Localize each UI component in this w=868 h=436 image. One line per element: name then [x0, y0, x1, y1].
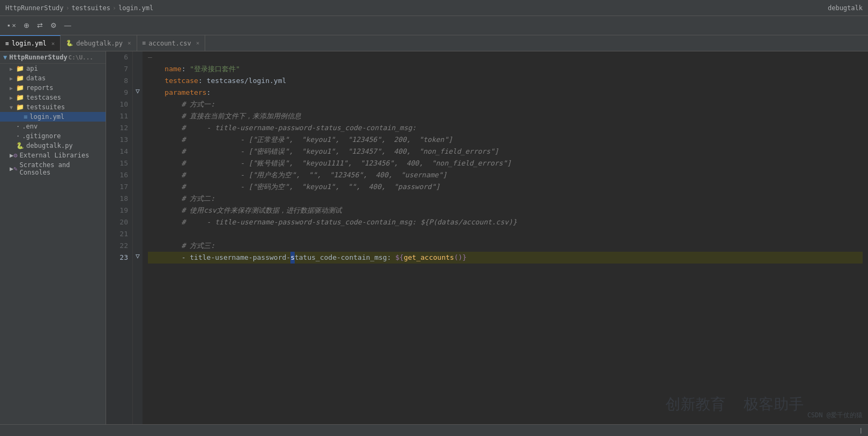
sidebar-item-testcases[interactable]: ▶ 📁 testcases — [0, 93, 106, 102]
code-comment-22: # 方式三: — [148, 240, 215, 252]
code-line-18: # 方式二: — [148, 193, 863, 205]
breadcrumb-sep2: › — [113, 4, 116, 12]
tab-close-account[interactable]: × — [196, 40, 200, 47]
line-num-10: 10 — [108, 99, 128, 110]
code-var-23: ${ — [395, 252, 404, 264]
file-icon-gitignore: · — [16, 132, 20, 140]
project-name: HttpRunnerStudy — [9, 54, 67, 61]
code-cursor-char: s — [290, 252, 295, 264]
toolbar-btn-add[interactable]: ⊕ — [20, 19, 33, 32]
code-comment-15: # - ["账号错误", "keyou1111", "123456", 400,… — [148, 157, 511, 169]
project-path: C:\U... — [69, 54, 93, 61]
arrow-ext-lib: ▶ — [10, 152, 13, 159]
gutter: ▽ ▽ — [133, 51, 143, 424]
code-val-8: testcases/login.yml — [207, 75, 287, 87]
code-comment-13: # - ["正常登录", "keyou1", "123456", 200, "t… — [148, 134, 453, 146]
sidebar-item-env[interactable]: · .env — [0, 122, 106, 131]
line-num-17: 17 — [108, 181, 128, 193]
breadcrumb-path2: login.yml — [118, 4, 153, 12]
code-colon-9: : — [207, 87, 211, 99]
project-header[interactable]: ▼ HttpRunnerStudy C:\U... — [0, 51, 106, 64]
arrow-testcases: ▶ — [10, 95, 16, 101]
code-line-19: # 使用csv文件来保存测试数据，进行数据驱动测试 — [148, 205, 863, 216]
code-line-11: # 直接在当前文件下，来添加用例信息 — [148, 110, 863, 122]
code-line-17: # - ["密码为空", "keyou1", "", 400, "passwor… — [148, 181, 863, 193]
toolbar-btn-settings[interactable]: ⚙ — [47, 19, 60, 32]
sidebar-label-gitignore: .gitignore — [22, 132, 61, 140]
code-line-16: # - ["用户名为空", "", "123456", 400, "userna… — [148, 169, 863, 181]
toolbar-btn-minimize[interactable]: — — [61, 19, 74, 32]
code-param-23b: tatus_code-contain_msg: — [295, 252, 395, 264]
tab-icon-py: 🐍 — [66, 40, 73, 47]
folder-icon-reports: 📁 — [16, 84, 24, 92]
sidebar-item-external-libraries[interactable]: ▶ ⚙ External Libraries — [0, 151, 106, 160]
tab-icon-yml: ≡ — [5, 40, 9, 47]
code-comment-12: # - title-username-password-status_code-… — [148, 122, 416, 134]
line-num-7: 7 — [108, 63, 128, 75]
line-num-15: 15 — [108, 157, 128, 169]
sidebar-label-testsuites: testsuites — [26, 103, 65, 111]
code-indent-23 — [148, 252, 182, 264]
tab-label-account: account.csv — [148, 40, 191, 47]
sidebar-item-api[interactable]: ▶ 📁 api — [0, 64, 106, 73]
code-colon-8: : — [198, 75, 207, 87]
code-comment-14: # - ["密码错误", "keyou1", "123457", 400, "n… — [148, 146, 499, 157]
toolbar-btn-toggle[interactable]: ▪ × — [4, 19, 19, 32]
sidebar-item-datas[interactable]: ▶ 📁 datas — [0, 73, 106, 83]
code-comment-19: # 使用csv文件来保存测试数据，进行数据驱动测试 — [148, 205, 342, 216]
arrow-api: ▶ — [10, 66, 16, 72]
code-indent-7 — [148, 63, 164, 75]
code-line-22: # 方式三: — [148, 240, 863, 252]
sidebar-item-testsuites[interactable]: ▼ 📁 testsuites — [0, 102, 106, 112]
sidebar-item-scratches[interactable]: ▶ ✎ Scratches and Consoles — [0, 160, 106, 177]
sidebar-label-testcases: testcases — [26, 94, 61, 101]
tab-debugtalk-py[interactable]: 🐍 debugtalk.py × — [61, 35, 137, 51]
breadcrumb: HttpRunnerStudy › testsuites › login.yml — [5, 4, 153, 12]
line-num-20: 20 — [108, 216, 128, 228]
code-var-23b: ()} — [454, 252, 466, 264]
sidebar-item-debugtalk[interactable]: 🐍 debugtalk.py — [0, 141, 106, 151]
code-comment-16: # - ["用户名为空", "", "123456", 400, "userna… — [148, 169, 447, 181]
cursor-position: | — [859, 427, 863, 434]
sidebar-item-reports[interactable]: ▶ 📁 reports — [0, 83, 106, 93]
sidebar-item-login-yml[interactable]: ≡ login.yml — [0, 112, 106, 122]
code-comment-20: # - title-username-password-status_code-… — [148, 216, 421, 228]
code-comment-17: # - ["密码为空", "keyou1", "", 400, "passwor… — [148, 181, 440, 193]
code-editor[interactable]: — name: "登录接口套件" testcase: testcases/log… — [143, 51, 868, 424]
tab-label-debugtalk: debugtalk.py — [76, 40, 123, 47]
sidebar-label-reports: reports — [26, 84, 54, 92]
sidebar-item-gitignore[interactable]: · .gitignore — [0, 131, 106, 141]
folder-icon-testsuites: 📁 — [16, 103, 24, 111]
sidebar-label-env: .env — [22, 123, 38, 130]
sidebar-label-debugtalk: debugtalk.py — [26, 142, 73, 149]
line-num-23: 23 — [108, 252, 128, 264]
code-line-14: # - ["密码错误", "keyou1", "123457", 400, "n… — [148, 146, 863, 157]
arrow-scratches: ▶ — [10, 165, 13, 172]
code-val-7: "登录接口套件" — [190, 63, 240, 75]
sidebar: ▼ HttpRunnerStudy C:\U... ▶ 📁 api ▶ 📁 da… — [0, 51, 106, 424]
line-num-19: 19 — [108, 205, 128, 216]
gutter-mark-9: ▽ — [133, 87, 143, 95]
code-line-12: # - title-username-password-status_code-… — [148, 122, 863, 134]
tab-close-debugtalk[interactable]: × — [128, 40, 131, 47]
line-num-6: 6 — [108, 51, 128, 63]
main-layout: ▼ HttpRunnerStudy C:\U... ▶ 📁 api ▶ 📁 da… — [0, 51, 868, 424]
code-text-6: — — [148, 51, 152, 63]
code-empty-21 — [148, 228, 152, 240]
tab-login-yml[interactable]: ≡ login.yml × — [0, 35, 61, 51]
tab-account-csv[interactable]: ≡ account.csv × — [137, 35, 206, 51]
sidebar-label-datas: datas — [26, 74, 46, 82]
title-bar: HttpRunnerStudy › testsuites › login.yml… — [0, 0, 868, 16]
toolbar-btn-sync[interactable]: ⇄ — [34, 19, 46, 32]
code-line-10: # 方式一: — [148, 99, 863, 110]
tab-icon-csv: ≡ — [143, 40, 146, 47]
code-line-15: # - ["账号错误", "keyou1111", "123456", 400,… — [148, 157, 863, 169]
code-key-9: parameters — [164, 87, 206, 99]
bottom-bar: | — [0, 424, 868, 436]
line-num-9: 9 — [108, 87, 128, 99]
line-num-18: 18 — [108, 193, 128, 205]
gutter-mark-23: ▽ — [133, 252, 143, 260]
code-indent-8 — [148, 75, 164, 87]
tab-close-login[interactable]: × — [51, 40, 55, 47]
code-line-21 — [148, 228, 863, 240]
